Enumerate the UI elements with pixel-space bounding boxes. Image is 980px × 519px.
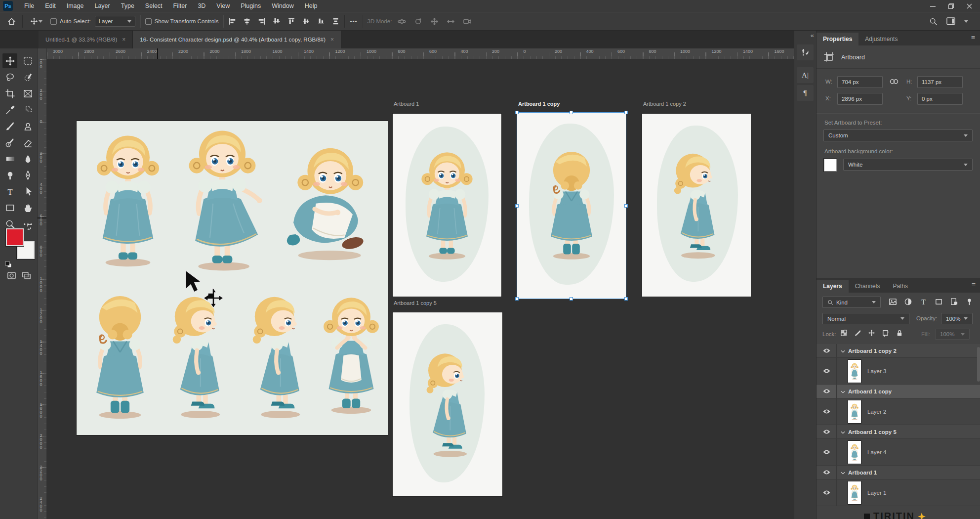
- lock-artboard-icon[interactable]: [882, 329, 889, 337]
- layer-row-layer-3[interactable]: Layer 3: [817, 358, 980, 385]
- menu-image[interactable]: Image: [61, 0, 89, 12]
- layer-name[interactable]: Layer 1: [867, 490, 886, 496]
- menu-plugins[interactable]: Plugins: [235, 0, 266, 12]
- artboard-label-1-copy-5[interactable]: Artboard 1 copy 5: [394, 300, 437, 306]
- layer-row-layer-2[interactable]: Layer 2: [817, 398, 980, 425]
- artboard-1-copy[interactable]: [517, 113, 626, 299]
- group-chevron-icon[interactable]: [841, 429, 845, 435]
- layer-name[interactable]: Layer 3: [867, 368, 886, 374]
- type-layers-icon[interactable]: T: [919, 298, 928, 306]
- tool-preset-chevron[interactable]: [39, 20, 42, 23]
- tool-dodge[interactable]: [2, 168, 17, 182]
- selection-handle-mr[interactable]: [624, 204, 628, 208]
- x-field[interactable]: 2896 px: [837, 93, 883, 105]
- layer-name[interactable]: Artboard 1 copy 2: [848, 348, 897, 354]
- artboard-label-1[interactable]: Artboard 1: [394, 101, 419, 107]
- align-bottom-icon[interactable]: [317, 17, 325, 25]
- layer-name[interactable]: Artboard 1 copy 5: [848, 429, 897, 435]
- y-field[interactable]: 0 px: [917, 93, 963, 105]
- tab-properties[interactable]: Properties: [817, 33, 858, 45]
- screen-mode-icon[interactable]: [22, 272, 31, 279]
- quick-mask-icon[interactable]: [7, 272, 16, 279]
- selection-handle-bm[interactable]: [570, 297, 573, 301]
- selection-handle-bl[interactable]: [515, 297, 519, 301]
- menu-help[interactable]: Help: [299, 0, 323, 12]
- tab-channels[interactable]: Channels: [849, 280, 887, 293]
- layer-thumbnail[interactable]: [848, 440, 861, 464]
- layer-row-layer-4[interactable]: Layer 4: [817, 439, 980, 466]
- pixel-layers-icon[interactable]: [889, 298, 897, 306]
- tool-eyedropper[interactable]: [2, 102, 17, 117]
- menu-file[interactable]: File: [19, 0, 40, 12]
- preset-dropdown[interactable]: Custom: [823, 130, 973, 141]
- visibility-toggle[interactable]: [817, 466, 837, 479]
- artboard-label-1-copy-2[interactable]: Artboard 1 copy 2: [643, 101, 686, 107]
- adjustment-layers-icon[interactable]: [904, 298, 912, 306]
- tool-type[interactable]: T: [2, 184, 17, 199]
- bg-color-dropdown[interactable]: White: [843, 159, 973, 171]
- show-transform-checkbox[interactable]: [145, 18, 152, 25]
- 3d-camera-icon[interactable]: [463, 17, 471, 26]
- tool-blur[interactable]: [20, 151, 35, 166]
- height-field[interactable]: 1137 px: [917, 76, 963, 88]
- 3d-roll-icon[interactable]: [414, 17, 422, 26]
- tool-clone-stamp[interactable]: [20, 119, 35, 133]
- align-middle-icon[interactable]: [302, 17, 310, 25]
- filter-pin-icon[interactable]: [965, 298, 974, 306]
- tool-patch[interactable]: [20, 102, 35, 117]
- align-center-h-icon[interactable]: [243, 17, 251, 25]
- menu-view[interactable]: View: [211, 0, 235, 12]
- document-tab-2[interactable]: 16- Consistent Character design.psd @ 40…: [133, 31, 341, 48]
- horizontal-ruler[interactable]: 3000280026002400220020001800160014001200…: [47, 48, 794, 59]
- layer-thumbnail[interactable]: [848, 400, 861, 424]
- selection-handle-br[interactable]: [624, 297, 628, 301]
- layer-row-artboard-1-copy-2[interactable]: Artboard 1 copy 2: [817, 344, 980, 358]
- artboard-1-copy-2[interactable]: [642, 114, 751, 297]
- group-chevron-icon[interactable]: [841, 470, 845, 476]
- workspace-chevron[interactable]: [964, 20, 968, 23]
- tool-move[interactable]: [2, 53, 17, 68]
- search-icon[interactable]: [929, 17, 938, 26]
- layer-row-artboard-1[interactable]: Artboard 1: [817, 466, 980, 479]
- minimize-icon[interactable]: [930, 3, 936, 9]
- vertical-ruler[interactable]: 4002000200400600800100012001400160018002…: [38, 59, 47, 519]
- paragraph-panel-icon[interactable]: ¶: [797, 85, 814, 101]
- artboard-label-1-copy[interactable]: Artboard 1 copy: [518, 101, 560, 107]
- tool-frame[interactable]: [20, 86, 35, 101]
- more-options-button[interactable]: •••: [350, 18, 357, 24]
- visibility-toggle[interactable]: [817, 385, 837, 398]
- layer-row-artboard-1-copy-5[interactable]: Artboard 1 copy 5: [817, 425, 980, 439]
- lock-position-icon[interactable]: [868, 329, 875, 337]
- tab-close-icon[interactable]: ×: [122, 36, 125, 43]
- menu-window[interactable]: Window: [266, 0, 299, 12]
- reference-image-layer[interactable]: [77, 121, 388, 435]
- layer-filter-dropdown[interactable]: Kind: [822, 297, 881, 308]
- 3d-pan-icon[interactable]: [430, 17, 439, 26]
- visibility-toggle[interactable]: [817, 439, 837, 465]
- canvas[interactable]: Artboard 1 Artboard 1 copy Artboard 1 co…: [47, 59, 794, 519]
- tool-brush[interactable]: [2, 119, 17, 133]
- ruler-corner[interactable]: [38, 48, 47, 59]
- visibility-toggle[interactable]: [817, 398, 837, 425]
- tab-paths[interactable]: Paths: [886, 280, 914, 293]
- layers-scrollbar[interactable]: [977, 347, 980, 382]
- close-icon[interactable]: [967, 3, 972, 9]
- lock-transparent-icon[interactable]: [840, 329, 848, 337]
- tool-history-brush[interactable]: [2, 135, 17, 150]
- expand-panels-icon[interactable]: «: [811, 32, 813, 39]
- 3d-orbit-icon[interactable]: [398, 17, 406, 26]
- selection-handle-ml[interactable]: [515, 204, 519, 208]
- tool-crop[interactable]: [2, 86, 17, 101]
- default-colors-icon[interactable]: [5, 261, 12, 268]
- width-field[interactable]: 704 px: [837, 76, 883, 88]
- shape-layers-icon[interactable]: [935, 298, 943, 306]
- visibility-toggle[interactable]: [817, 425, 837, 438]
- layer-name[interactable]: Artboard 1 copy: [848, 389, 892, 394]
- visibility-toggle[interactable]: [817, 479, 837, 506]
- swap-colors-icon[interactable]: [26, 223, 33, 230]
- document-tab-1[interactable]: Untitled-1 @ 33.3% (RGB/8)×: [39, 31, 133, 48]
- tool-path-select[interactable]: [20, 184, 35, 199]
- layer-thumbnail[interactable]: [848, 481, 861, 505]
- selection-handle-tm[interactable]: [570, 111, 573, 114]
- properties-panel-menu-icon[interactable]: ≡: [971, 34, 975, 42]
